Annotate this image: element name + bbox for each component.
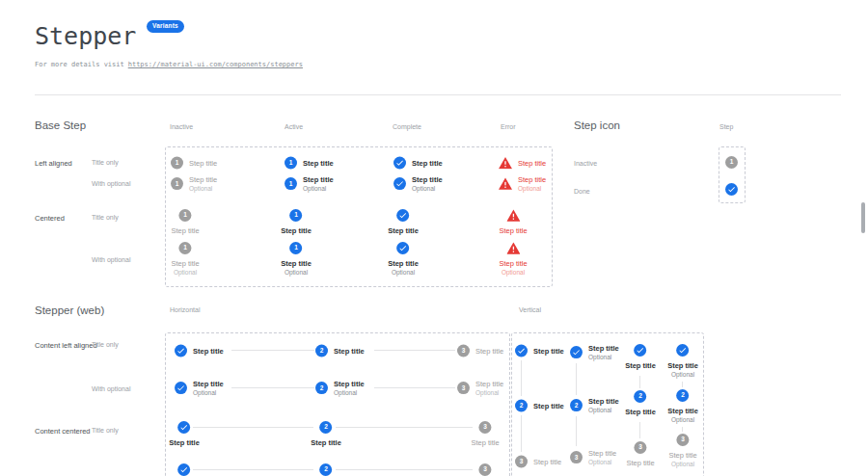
step-connector [576,363,577,395]
step-connector [682,382,683,387]
step-active-centered: 2 Step title [311,421,341,447]
step-inactive: 3 Step title [515,456,561,468]
step-title: Step title [193,347,224,356]
header-divider [35,94,841,95]
step-title: Step title [518,159,546,168]
error-icon [506,242,520,254]
step-optional: Optional [303,185,334,193]
step-number-icon: 1 [285,157,297,170]
step-number-icon: 1 [171,157,183,170]
column-header-active: Active [285,123,303,130]
step-connector [576,416,577,446]
step-title: Step title [281,226,312,235]
step-active-centered: 2 Step title [625,390,656,416]
step-optional: Optional [588,459,616,466]
step-title: Step title [533,402,564,410]
step-number-icon: 2 [570,399,583,411]
step-active-centered: 1 Step title [281,209,312,235]
step-number-icon: 3 [677,434,690,446]
step-number-icon: 3 [457,345,470,357]
check-icon [634,344,646,357]
column-header-complete: Complete [393,123,421,130]
step-complete: Step title [515,345,564,357]
row-sublabel-title-only: Title only [92,214,119,221]
step-number-icon: 3 [479,421,492,434]
step-complete: Step title [175,345,224,357]
step-inactive-optional: 3 Step titleOptional [570,449,616,466]
check-icon [393,177,406,190]
step-optional: Optional [588,407,619,414]
step-optional: Optional [334,389,365,397]
step-active: 2 Step title [515,400,564,412]
step-number-icon: 2 [515,400,528,412]
column-header-step: Step [719,123,733,130]
step-complete-centered: Step title [625,344,656,370]
step-number-icon: 1 [179,209,192,222]
step-complete-optional: Step titleOptional [393,175,443,193]
step-optional: Optional [518,185,546,193]
step-title: Step title [311,438,341,447]
step-connector [231,387,314,388]
docs-link[interactable]: https://material-ui.com/components/stepp… [128,61,303,68]
step-title: Step title [625,408,656,416]
step-number-icon: 3 [635,441,647,454]
step-title: Step title [412,175,443,184]
step-connector [521,415,522,452]
scrollbar-thumb[interactable] [861,202,865,233]
step-inactive-optional: 1 Step titleOptional [171,175,217,193]
row-sublabel-with-optional: With optional [92,385,130,392]
step-title: Step title [499,226,527,235]
step-title: Step title [189,175,217,184]
step-complete: Step title [393,157,443,170]
row-sublabel-title-only: Title only [92,159,119,166]
step-inactive: 3 Step title [457,345,503,357]
step-complete-centered-optional: Step title [169,463,200,476]
step-active-centered-optional: 2 Step title Optional [667,389,698,424]
section-heading-step-icon: Step icon [574,119,620,131]
row-label-inactive: Inactive [574,160,597,167]
step-title: Step title [588,449,616,458]
page-title: Stepper [35,24,136,48]
step-complete-optional: Step titleOptional [570,344,619,361]
step-error: Step title [499,157,546,170]
step-inactive-centered: 3 Step title [626,441,654,467]
check-icon [396,242,409,254]
step-title: Step title [588,344,619,353]
step-title: Step title [475,347,503,356]
step-optional: Optional [475,389,503,397]
check-icon [177,463,190,476]
step-title: Step title [171,226,199,235]
base-step-panel [165,146,553,287]
step-number-icon: 3 [515,456,528,468]
row-label-done: Done [574,188,590,195]
step-title: Step title [533,458,561,466]
row-label-centered: Centered [35,214,65,223]
step-error-centered: Step title [499,209,527,235]
step-number-icon: 3 [457,382,470,394]
step-number-icon: 1 [179,242,192,254]
step-number-icon: 3 [479,463,492,476]
step-active: 2 Step title [315,345,365,357]
subtitle-text: For more details visit [35,61,124,68]
step-title: Step title [475,380,503,388]
row-sublabel-title-only: Title only [92,341,119,348]
variants-badge: Variants [147,20,184,33]
step-error-optional: Step titleOptional [499,175,546,193]
step-number-icon: 1 [289,209,302,222]
row-label-content-centered: Content centered [35,427,91,436]
column-header-inactive: Inactive [170,123,193,130]
step-number-icon: 2 [315,382,328,394]
check-icon [396,209,409,222]
check-icon [676,344,689,357]
step-connector [231,350,314,351]
step-inactive-centered-optional: 1 Step title Optional [171,242,199,277]
step-optional: Optional [193,389,224,397]
step-number-icon: 2 [634,390,646,403]
error-icon [506,209,520,222]
step-title: Step title [667,361,698,370]
row-sublabel-with-optional: With optional [92,256,130,263]
step-title: Step title [533,347,564,356]
step-number-icon: 1 [285,177,297,190]
step-optional: Optional [412,185,443,193]
step-inactive-optional: 3 Step titleOptional [457,380,503,397]
